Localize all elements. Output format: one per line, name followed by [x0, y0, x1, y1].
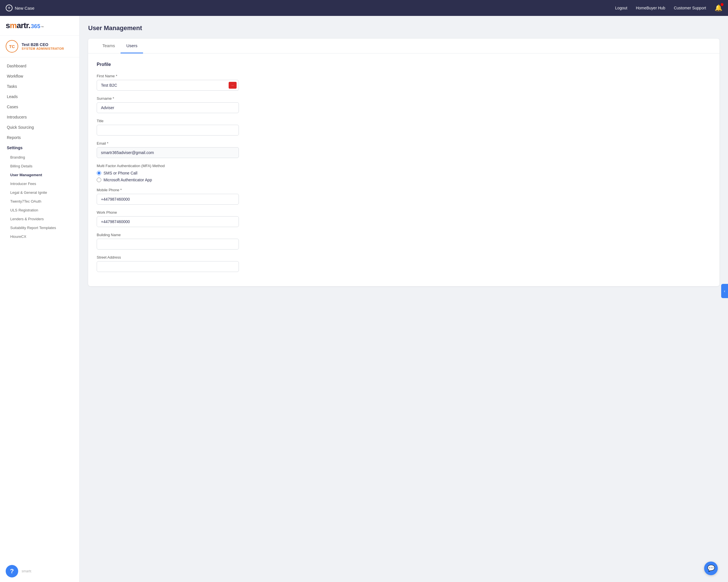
- first-name-action-button[interactable]: ···: [229, 82, 237, 89]
- logout-link[interactable]: Logout: [615, 6, 627, 10]
- mfa-app-label: Microsoft Authenticator App: [104, 177, 152, 182]
- first-name-group: First Name * ···: [97, 74, 711, 91]
- mfa-sms-label: SMS or Phone Call: [104, 171, 137, 175]
- page-title: User Management: [88, 24, 720, 32]
- logo-r2: r: [26, 21, 28, 30]
- mfa-radio-group: SMS or Phone Call Microsoft Authenticato…: [97, 171, 711, 182]
- sidebar-item-settings[interactable]: Settings: [0, 143, 79, 153]
- sidebar-subitem-legal-general[interactable]: Legal & General Ignite: [0, 188, 79, 197]
- surname-group: Surname *: [97, 96, 711, 113]
- tab-users[interactable]: Users: [121, 39, 143, 53]
- sidebar-subitem-user-management[interactable]: User Management: [0, 170, 79, 179]
- mobile-phone-label: Mobile Phone *: [97, 188, 711, 192]
- logo-dot: .: [28, 21, 30, 30]
- top-nav-links: Logout HomeBuyer Hub Customer Support 🔔: [615, 4, 722, 12]
- title-group: Title: [97, 119, 711, 136]
- building-name-group: Building Name: [97, 233, 711, 250]
- sidebar-item-introducers[interactable]: Introducers: [0, 112, 79, 122]
- user-section: TC Test B2B CEO SYSTEM ADMINISTRATOR: [0, 35, 79, 57]
- help-button[interactable]: ?: [6, 565, 18, 578]
- avatar: TC: [6, 40, 18, 53]
- notification-badge: [721, 3, 724, 6]
- street-address-group: Street Address: [97, 255, 711, 272]
- sidebar-bottom-logo: smartr.: [22, 569, 32, 573]
- sidebar-subitem-introducer-fees[interactable]: Introducer Fees: [0, 179, 79, 188]
- mfa-sms-radio[interactable]: [97, 171, 101, 175]
- main-card: Teams Users Profile First Name * ···: [88, 39, 720, 286]
- mobile-phone-input[interactable]: [97, 194, 239, 204]
- main-content: User Management Teams Users Profile Firs…: [80, 16, 728, 582]
- email-label: Email *: [97, 141, 711, 145]
- first-name-input-wrapper: ···: [97, 80, 239, 91]
- logo-smartr-text: smartr.: [6, 21, 30, 30]
- sidebar-subitem-hiourecx[interactable]: HioureCX: [0, 232, 79, 241]
- customer-support-link[interactable]: Customer Support: [674, 6, 706, 10]
- top-navigation: + New Case Logout HomeBuyer Hub Customer…: [0, 0, 728, 16]
- mobile-phone-group: Mobile Phone *: [97, 188, 711, 204]
- chat-icon: 💬: [707, 565, 715, 572]
- tab-teams[interactable]: Teams: [97, 39, 121, 53]
- plus-circle-icon: +: [6, 4, 12, 11]
- sidebar-bottom: ? smartr.: [0, 560, 79, 582]
- title-label: Title: [97, 119, 711, 123]
- work-phone-input[interactable]: [97, 216, 239, 227]
- sidebar-subitem-branding[interactable]: Branding: [0, 153, 79, 162]
- mfa-app-option[interactable]: Microsoft Authenticator App: [97, 177, 711, 182]
- sidebar-subitem-uls-registration[interactable]: ULS Registration: [0, 206, 79, 215]
- sidebar-item-dashboard[interactable]: Dashboard: [0, 61, 79, 71]
- building-name-input[interactable]: [97, 239, 239, 250]
- sidebar-subitem-twenty7tec[interactable]: Twenty7Tec OAuth: [0, 197, 79, 206]
- sidebar-logo: smartr. 365 ™: [0, 16, 79, 35]
- mfa-app-radio[interactable]: [97, 177, 101, 182]
- notification-bell[interactable]: 🔔: [714, 4, 722, 12]
- nav-items: Dashboard Workflow Tasks Leads Cases Int…: [0, 57, 79, 244]
- chat-button[interactable]: 💬: [704, 561, 718, 575]
- work-phone-label: Work Phone: [97, 210, 711, 215]
- email-group: Email *: [97, 141, 711, 158]
- email-input[interactable]: [97, 147, 239, 158]
- new-case-label: New Case: [15, 6, 34, 10]
- surname-input[interactable]: [97, 102, 239, 113]
- sidebar-item-cases[interactable]: Cases: [0, 102, 79, 112]
- sidebar-subitem-lenders-providers[interactable]: Lenders & Providers: [0, 215, 79, 223]
- logo-tm: ™: [41, 26, 44, 29]
- sidebar-subitem-billing-details[interactable]: Billing Details: [0, 162, 79, 170]
- mfa-sms-option[interactable]: SMS or Phone Call: [97, 171, 711, 175]
- first-name-input[interactable]: [97, 80, 239, 91]
- sidebar-item-tasks[interactable]: Tasks: [0, 81, 79, 91]
- profile-section-title: Profile: [97, 62, 711, 67]
- sidebar-item-leads[interactable]: Leads: [0, 91, 79, 102]
- sidebar-subitem-suitability-templates[interactable]: Suitability Report Templates: [0, 223, 79, 232]
- street-address-label: Street Address: [97, 255, 711, 259]
- tab-bar: Teams Users: [88, 39, 720, 53]
- new-case-button[interactable]: + New Case: [6, 4, 34, 11]
- logo-s: s: [6, 21, 10, 30]
- logo-m: m: [10, 21, 17, 30]
- user-name: Test B2B CEO: [22, 43, 64, 47]
- surname-label: Surname *: [97, 96, 711, 101]
- title-input[interactable]: [97, 125, 239, 136]
- logo-365-text: 365: [31, 23, 40, 30]
- street-address-input[interactable]: [97, 261, 239, 272]
- building-name-label: Building Name: [97, 233, 711, 237]
- sidebar-item-workflow[interactable]: Workflow: [0, 71, 79, 81]
- sidebar-item-reports[interactable]: Reports: [0, 133, 79, 143]
- first-name-label: First Name *: [97, 74, 711, 78]
- homebuyer-hub-link[interactable]: HomeBuyer Hub: [636, 6, 666, 10]
- user-role: SYSTEM ADMINISTRATOR: [22, 47, 64, 50]
- sidebar: smartr. 365 ™ TC Test B2B CEO SYSTEM ADM…: [0, 16, 80, 582]
- work-phone-group: Work Phone: [97, 210, 711, 227]
- logo-a: a: [17, 21, 21, 30]
- mfa-label: Multi Factor Authentication (MFA) Method: [97, 164, 711, 168]
- logo-r: r: [21, 21, 24, 30]
- sidebar-item-quick-sourcing[interactable]: Quick Sourcing: [0, 122, 79, 133]
- panel-toggle-button[interactable]: ‹: [721, 284, 728, 298]
- profile-form: Profile First Name * ··· Surname * Ti: [88, 53, 720, 286]
- mfa-section: Multi Factor Authentication (MFA) Method…: [97, 164, 711, 182]
